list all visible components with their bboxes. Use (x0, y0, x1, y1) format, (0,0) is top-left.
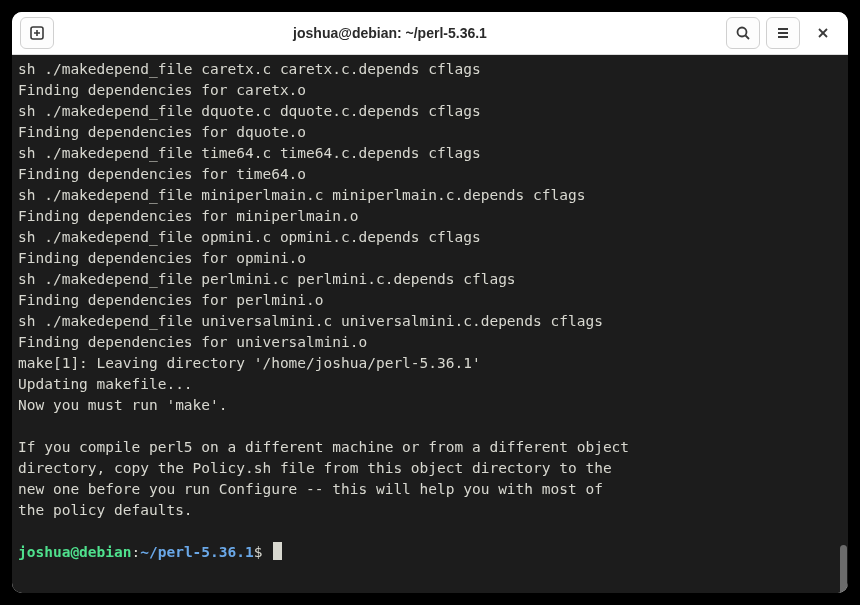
prompt-line: joshua@debian:~/perl-5.36.1$ (18, 544, 282, 560)
menu-button[interactable] (766, 17, 800, 49)
close-icon (816, 26, 830, 40)
search-button[interactable] (726, 17, 760, 49)
prompt-path: ~/perl-5.36.1 (140, 544, 254, 560)
close-button[interactable] (806, 17, 840, 49)
search-icon (735, 25, 751, 41)
svg-line-4 (746, 36, 750, 40)
terminal-window: joshua@debian: ~/perl-5.36.1 (12, 12, 848, 593)
prompt-user-host: joshua@debian (18, 544, 132, 560)
hamburger-icon (775, 25, 791, 41)
scrollbar-thumb[interactable] (840, 545, 847, 593)
new-tab-button[interactable] (20, 17, 54, 49)
plus-box-icon (29, 25, 45, 41)
window-title: joshua@debian: ~/perl-5.36.1 (60, 25, 720, 41)
terminal-viewport[interactable]: sh ./makedepend_file caretx.c caretx.c.d… (12, 55, 848, 593)
titlebar: joshua@debian: ~/perl-5.36.1 (12, 12, 848, 55)
prompt-end: $ (254, 544, 271, 560)
terminal-cursor (273, 542, 282, 560)
prompt-separator: : (132, 544, 141, 560)
svg-point-3 (738, 28, 747, 37)
terminal-output: sh ./makedepend_file caretx.c caretx.c.d… (18, 61, 629, 518)
